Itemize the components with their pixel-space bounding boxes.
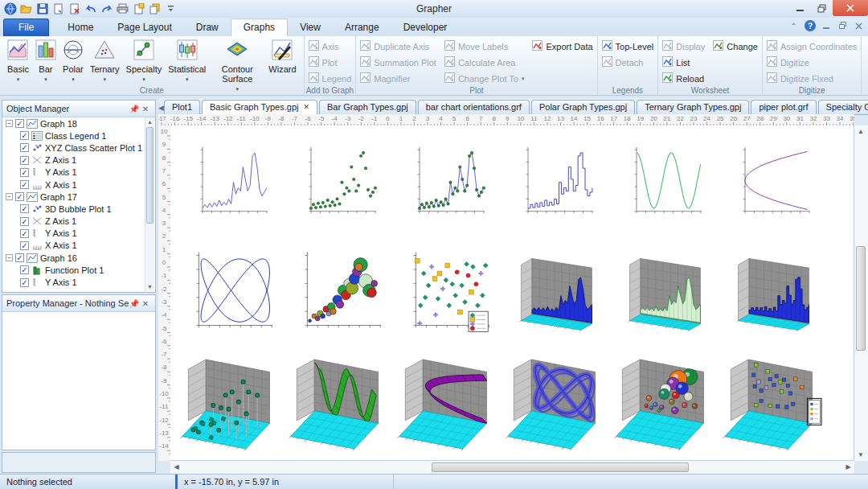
document-tab-piper-plot-grf[interactable]: piper plot.grf	[751, 100, 816, 114]
tree-item-z-axis-1[interactable]: ✓Z Axis 1	[2, 216, 145, 228]
vertical-scrollbar[interactable]: ▲ ▼	[854, 125, 868, 461]
scroll-thumb[interactable]	[432, 462, 689, 472]
visibility-checkbox[interactable]: ✓	[15, 192, 24, 201]
graph-thumbnail-stem-3d[interactable]	[176, 351, 284, 457]
tree-item-xyz-class-scatter-plot-1[interactable]: ✓XYZ Class Scatter Plot 1	[2, 142, 145, 154]
visibility-checkbox[interactable]: ✓	[15, 253, 24, 262]
tab-graphs[interactable]: Graphs	[231, 18, 288, 37]
tab-close-icon[interactable]: ✕	[303, 103, 309, 111]
statistical-button[interactable]: Statistical▾	[165, 39, 209, 85]
graph-thumbnail-curve-3d[interactable]	[393, 351, 501, 457]
graph-thumbnail-ribbon-3d[interactable]	[509, 244, 602, 341]
restore-button[interactable]	[811, 0, 833, 16]
polar-button[interactable]: Polar▾	[59, 39, 87, 85]
tree-item-x-axis-1[interactable]: ✓X Axis 1	[2, 240, 145, 252]
tree-item-class-legend-1[interactable]: ✓Class Legend 1	[2, 129, 145, 142]
top-level-button[interactable]: Top-Level	[602, 39, 654, 54]
doc-close-icon[interactable]	[854, 21, 864, 31]
graph-thumbnail-step[interactable]	[514, 138, 596, 228]
redo-button[interactable]	[99, 1, 114, 16]
close-button[interactable]	[833, 0, 868, 16]
tab-file[interactable]: File	[3, 18, 49, 36]
horizontal-scrollbar[interactable]: ◀ ▶	[170, 460, 854, 475]
collapse-icon[interactable]: −	[6, 120, 13, 127]
graph-thumbnail-bubble-3d[interactable]	[610, 351, 718, 457]
tree-item-graph-16[interactable]: −✓Graph 16	[2, 252, 145, 264]
visibility-checkbox[interactable]: ✓	[20, 156, 29, 165]
visibility-checkbox[interactable]: ✓	[20, 168, 29, 177]
panel-close-icon[interactable]: ✕	[140, 299, 151, 308]
graph-thumbnail-bubble[interactable]	[292, 244, 385, 341]
undo-button[interactable]	[83, 1, 98, 16]
document-tab-bar-graph-types-gpj[interactable]: Bar Graph Types.gpj	[319, 100, 416, 114]
list-button[interactable]: List	[662, 55, 705, 70]
collapse-icon[interactable]: −	[6, 254, 13, 261]
scroll-up-icon[interactable]: ▲	[145, 117, 154, 126]
tree-item-z-axis-1[interactable]: ✓Z Axis 1	[2, 154, 145, 166]
document-tab-ternary-graph-types-gpj[interactable]: Ternary Graph Types.gpj	[637, 100, 749, 114]
tree-item-graph-17[interactable]: −✓Graph 17	[2, 191, 145, 203]
visibility-checkbox[interactable]: ✓	[15, 119, 24, 128]
scroll-left-icon[interactable]: ◀	[170, 462, 182, 473]
visibility-checkbox[interactable]: ✓	[20, 131, 29, 140]
save-button[interactable]	[35, 1, 50, 16]
scroll-up-icon[interactable]: ▲	[855, 125, 866, 138]
new-graph-button[interactable]	[131, 1, 146, 16]
scroll-down-icon[interactable]: ▼	[855, 449, 866, 461]
minimize-button[interactable]	[789, 0, 811, 16]
collapse-icon[interactable]: −	[6, 193, 13, 200]
tab-page-layout[interactable]: Page Layout	[105, 19, 183, 36]
graph-thumbnail-class-scatter[interactable]	[400, 244, 493, 341]
graph-thumbnail-sine[interactable]	[623, 138, 705, 228]
tab-view[interactable]: View	[288, 19, 333, 36]
graph-thumbnail-wave-3d[interactable]	[285, 351, 392, 457]
tab-scroll-left-icon[interactable]: ◀	[158, 101, 164, 114]
print-button[interactable]	[115, 1, 130, 16]
document-tab-polar-graph-types-gpj[interactable]: Polar Graph Types.gpj	[531, 100, 635, 114]
tree-item-y-axis-1[interactable]: ✓Y Axis 1	[2, 228, 145, 240]
export-data-button[interactable]: Export Data	[532, 39, 592, 54]
help-icon[interactable]: ?	[805, 20, 816, 31]
graph-thumbnail-lissajous-3d[interactable]	[502, 351, 609, 457]
visibility-checkbox[interactable]: ✓	[20, 217, 29, 226]
document-tab-bar-chart-orientations-grf[interactable]: bar chart orientations.grf	[418, 100, 530, 114]
tree-item-y-axis-1[interactable]: ✓Y Axis 1	[2, 166, 145, 179]
scroll-thumb[interactable]	[146, 127, 154, 224]
copy-button[interactable]	[147, 1, 162, 16]
scroll-down-icon[interactable]: ▼	[145, 282, 154, 291]
plot-canvas[interactable]	[170, 125, 854, 461]
visibility-checkbox[interactable]: ✓	[20, 278, 29, 287]
scroll-thumb[interactable]	[856, 246, 866, 351]
doc-restore-icon[interactable]	[837, 21, 848, 31]
tab-arrange[interactable]: Arrange	[333, 19, 391, 36]
pin-icon[interactable]: 📌	[129, 105, 140, 113]
tab-developer[interactable]: Developer	[391, 19, 460, 36]
collapse-ribbon-icon[interactable]: ⌃	[788, 21, 799, 31]
scroll-right-icon[interactable]: ▶	[842, 462, 854, 473]
tree-item-3d-bubble-plot-1[interactable]: ✓3D Bubble Plot 1	[2, 203, 145, 215]
customize-quick-access-button[interactable]	[163, 1, 178, 16]
graph-thumbnail-area-3d[interactable]	[617, 244, 710, 341]
pin-icon[interactable]: 📌	[129, 299, 140, 308]
export-button[interactable]	[51, 1, 66, 16]
tree-item-x-axis-1[interactable]: ✓X Axis 1	[2, 179, 145, 191]
graph-thumbnail-scatter[interactable]	[297, 138, 379, 228]
visibility-checkbox[interactable]: ✓	[20, 180, 29, 189]
change-button[interactable]: Change	[713, 39, 758, 54]
doc-minimize-icon[interactable]	[821, 21, 832, 31]
tab-draw[interactable]: Draw	[184, 19, 231, 36]
visibility-checkbox[interactable]: ✓	[20, 204, 29, 213]
visibility-checkbox[interactable]: ✓	[20, 143, 29, 152]
bar-button[interactable]: Bar▾	[32, 39, 59, 85]
document-tab-specialty-graph-types-gpj[interactable]: Specialty Graph Types.gpj	[818, 100, 868, 114]
graph-thumbnail-class-scatter-3d[interactable]	[719, 351, 826, 457]
visibility-checkbox[interactable]: ✓	[20, 229, 29, 238]
specialty-button[interactable]: Specialty▾	[123, 39, 166, 85]
tree-item-function-plot-1[interactable]: ✓Function Plot 1	[2, 264, 145, 276]
open-button[interactable]	[18, 1, 34, 16]
graph-thumbnail-scatter-line[interactable]	[406, 138, 488, 228]
basic-button[interactable]: Basic▾	[4, 39, 32, 85]
import-button[interactable]	[67, 1, 82, 16]
graph-thumbnail-lissajous[interactable]	[183, 244, 276, 341]
graph-thumbnail-step-3d[interactable]	[726, 244, 819, 341]
